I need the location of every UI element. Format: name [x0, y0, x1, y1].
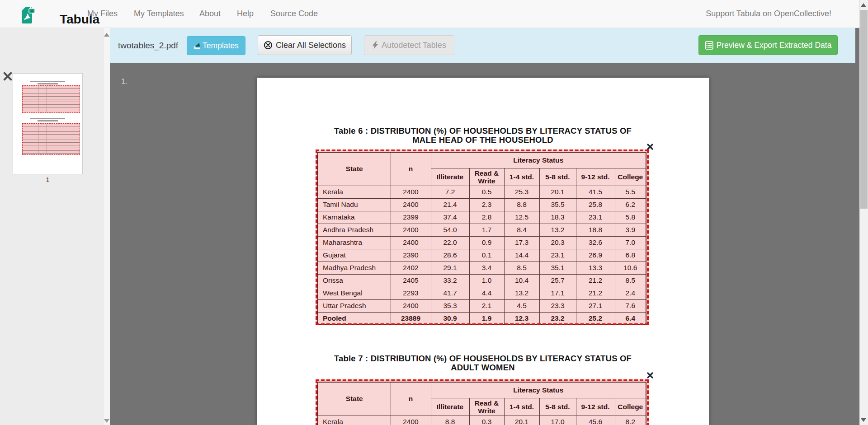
mini-title-bar — [30, 81, 65, 82]
export-button-label: Preview & Export Extracted Data — [717, 41, 832, 50]
clear-all-selections-button[interactable]: Clear All Selections — [258, 35, 352, 55]
sidebar-scroll-down-icon[interactable] — [104, 419, 109, 423]
support-opencollective-link[interactable]: Support Tabula on OpenCollective! — [706, 0, 831, 28]
save-template-icon — [193, 42, 201, 50]
nav-link-my-templates[interactable]: My Templates — [134, 0, 184, 28]
mini-title-bar — [38, 83, 58, 84]
templates-button[interactable]: Templates — [187, 36, 245, 55]
page-thumbnail[interactable] — [13, 73, 83, 174]
table6-title-line1: Table 6 : DISTRIBUTION (%) OF HOUSEHOLDS… — [257, 126, 709, 136]
autodetect-tables-button[interactable]: Autodetect Tables — [364, 35, 454, 55]
lightning-bolt-icon — [372, 41, 378, 49]
nav-link-help[interactable]: Help — [237, 0, 254, 28]
table7-title-line2: ADULT WOMEN — [257, 363, 709, 373]
autodetect-button-label: Autodetect Tables — [382, 41, 446, 50]
mini-title-bar — [30, 118, 65, 119]
brand-link[interactable]: Tabula — [18, 5, 86, 23]
preview-export-button[interactable]: Preview & Export Extracted Data — [698, 35, 838, 55]
mini-title-bar — [38, 120, 58, 121]
table6-title-line2: MALE HEAD OF THE HOUSEHOLD — [257, 135, 709, 145]
selection-box-table7[interactable] — [316, 379, 649, 425]
nav-link-about[interactable]: About — [199, 0, 221, 28]
clear-button-label: Clear All Selections — [276, 41, 346, 50]
navbar: Tabula My FilesMy TemplatesAboutHelpSour… — [0, 0, 868, 28]
remove-page-icon[interactable] — [3, 72, 12, 81]
mini-selection-table6 — [22, 85, 80, 113]
selection6-close-icon[interactable] — [647, 144, 653, 150]
window-scroll-down-icon[interactable] — [861, 418, 866, 422]
sidebar-scroll-up-icon[interactable] — [104, 33, 109, 37]
table7-title-line1: Table 7 : DISTRIBUTION (%) OF HOUSEHOLDS… — [257, 354, 709, 364]
nav-link-source-code[interactable]: Source Code — [270, 0, 318, 28]
table-list-icon — [705, 41, 713, 50]
sidebar-scrollbar[interactable] — [104, 28, 110, 425]
nav-link-my-files[interactable]: My Files — [87, 0, 118, 28]
tabula-logo-icon — [18, 6, 36, 26]
selection7-close-icon[interactable] — [647, 372, 653, 378]
circle-x-icon — [264, 41, 273, 50]
templates-button-label: Templates — [203, 41, 239, 51]
document-filename: twotables_2.pdf — [118, 28, 178, 63]
window-scroll-up-icon[interactable] — [861, 3, 866, 7]
window-scrollbar-thumb[interactable] — [860, 10, 868, 209]
thumbnail-page-number: 1 — [13, 176, 83, 183]
mini-selection-table7 — [22, 123, 80, 155]
selection-box-table6[interactable] — [316, 149, 649, 325]
sidebar: 1 — [0, 28, 104, 425]
viewer-page-label: 1. — [121, 78, 127, 86]
